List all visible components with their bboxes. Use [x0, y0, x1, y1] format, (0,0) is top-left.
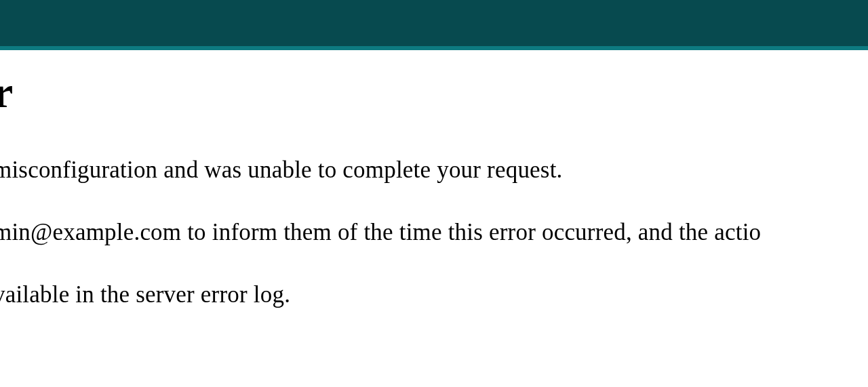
error-title: r	[0, 66, 868, 118]
header-accent	[0, 46, 868, 50]
error-paragraph-1: misconfiguration and was unable to compl…	[0, 156, 868, 184]
error-content: r misconfiguration and was unable to com…	[0, 66, 868, 309]
error-paragraph-2: min@example.com to inform them of the ti…	[0, 218, 868, 247]
error-body: misconfiguration and was unable to compl…	[0, 156, 868, 309]
header-bar	[0, 0, 868, 46]
error-paragraph-3: vailable in the server error log.	[0, 281, 868, 309]
